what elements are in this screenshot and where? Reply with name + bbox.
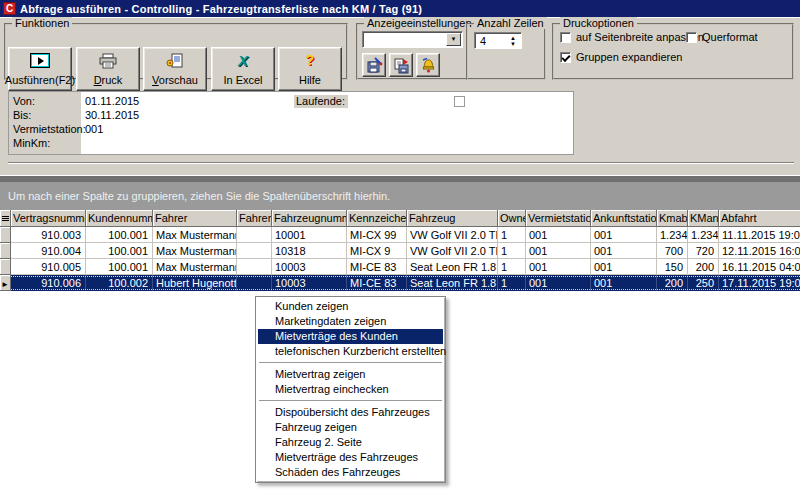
group-by-band[interactable]: Um nach einer Spalte zu gruppieren, zieh… [0, 182, 800, 210]
anzeige-combobox[interactable]: ▼ [362, 31, 463, 48]
menu-item-dispouebersicht[interactable]: Dispoübersicht des Fahrzeuges [258, 405, 443, 420]
menu-item-kunden-zeigen[interactable]: Kunden zeigen [258, 299, 443, 314]
filter-panel: Von: 01.11.2015 Bis: 30.11.2015 Vermiets… [8, 91, 574, 155]
menu-separator [259, 362, 442, 364]
run-icon [30, 53, 50, 68]
excel-label: In Excel [223, 74, 262, 86]
von-value[interactable]: 01.11.2015 [85, 95, 139, 107]
column-chooser-icon [2, 216, 9, 217]
col-fahrzeug[interactable]: Fahrzeug [407, 210, 498, 227]
table-row[interactable]: 910.004 100.001 Max Mustermann 10318 MI-… [0, 243, 800, 259]
save-icon [366, 57, 383, 74]
group-by-hint: Um nach einer Spalte zu gruppieren, zieh… [8, 190, 390, 202]
col-kman[interactable]: KMan [688, 210, 719, 227]
grid-top-divider [0, 175, 800, 182]
table-row-selected[interactable]: ► 910.006 100.002 Hubert Hugenotte 10003… [0, 275, 800, 291]
menu-item-schaeden-des-fahrzeuges[interactable]: Schäden des Fahrzeuges [258, 465, 443, 480]
vorschau-label: Vorschau [152, 74, 198, 86]
seitenbreite-checkbox[interactable] [560, 32, 571, 43]
col-fahrer2[interactable]: Fahrer2 [237, 210, 272, 227]
copy-save-icon [393, 57, 410, 74]
querformat-label[interactable]: Querformat [702, 31, 758, 43]
anzeige-combobox-value [366, 33, 444, 46]
menu-item-mietvertraege-des-kunden[interactable]: Mietverträge des Kunden [258, 329, 443, 344]
col-ankunftstation[interactable]: Ankunftstation [591, 210, 657, 227]
menu-item-fahrzeug-zeigen[interactable]: Fahrzeug zeigen [258, 420, 443, 435]
gruppen-checkbox[interactable] [560, 52, 571, 63]
menu-item-fahrzeug-2-seite[interactable]: Fahrzeug 2. Seite [258, 435, 443, 450]
preview-icon [166, 53, 184, 69]
minkm-label: MinKm: [13, 137, 50, 149]
group-anzeige-label: Anzeigeeinstellungen [364, 17, 475, 29]
group-funktionen-label: Funktionen [12, 17, 72, 29]
checkbox-querformat[interactable]: Querformat [686, 31, 758, 43]
menu-item-telefonischer-kurzbericht[interactable]: telefonischen Kurzbericht erstellten [258, 344, 443, 359]
spin-down-icon[interactable]: ▼ [508, 41, 518, 47]
gruppen-label[interactable]: Gruppen expandieren [576, 51, 682, 63]
row-indicator[interactable] [0, 259, 11, 275]
von-label: Von: [13, 95, 35, 107]
excel-icon: X [238, 53, 248, 68]
row-indicator[interactable] [0, 243, 11, 259]
menu-item-mietvertraege-des-fahrzeuges[interactable]: Mietverträge des Fahrzeuges [258, 450, 443, 465]
col-vertragsnummer[interactable]: Vertragsnummer [11, 210, 86, 227]
grid-header-row: Vertragsnummer Kundennummer Fahrer Fahre… [0, 210, 800, 227]
col-abfahrt[interactable]: Abfahrt [719, 210, 800, 227]
current-row-marker-icon: ► [1, 280, 9, 289]
window-title: Abfrage ausführen - Controlling - Fahrze… [20, 3, 422, 15]
chevron-down-icon: ▼ [451, 36, 457, 42]
menu-separator [259, 400, 442, 402]
querformat-checkbox[interactable] [686, 32, 697, 43]
save-settings-button[interactable] [362, 53, 386, 77]
checkbox-gruppen[interactable]: Gruppen expandieren [560, 51, 682, 63]
title-bar: C Abfrage ausführen - Controlling - Fahr… [0, 0, 800, 17]
app-logo-icon: C [3, 2, 16, 15]
bis-value[interactable]: 30.11.2015 [85, 109, 139, 121]
seitenbreite-label[interactable]: auf Seitenbreite anpassen [576, 31, 704, 43]
bell-icon [420, 57, 437, 74]
hilfe-button[interactable]: ? Hilfe [278, 47, 342, 91]
table-row[interactable]: 910.005 100.001 Max Mustermann 10003 MI-… [0, 259, 800, 275]
bis-label: Bis: [13, 109, 31, 121]
menu-item-mietvertrag-zeigen[interactable]: Mietvertrag zeigen [258, 367, 443, 382]
anzahl-zeilen-value[interactable]: 4 [480, 35, 486, 47]
group-anzahl-label: Anzahl Zeilen [474, 17, 547, 29]
help-icon: ? [306, 53, 315, 68]
form-separator [8, 162, 794, 164]
save-as-button[interactable] [389, 53, 413, 77]
druck-label: Druck [94, 74, 123, 86]
group-druck-label: Druckoptionen [560, 17, 637, 29]
col-owner[interactable]: Owner [498, 210, 526, 227]
vorschau-button[interactable]: Vorschau [143, 47, 207, 91]
laufende-label: Laufende: [294, 95, 348, 108]
laufende-checkbox[interactable] [454, 96, 465, 107]
printer-icon [99, 53, 117, 69]
row-indicator-selected[interactable]: ► [0, 275, 11, 291]
menu-item-marketingdaten-zeigen[interactable]: Marketingdaten zeigen [258, 314, 443, 329]
col-fahrer[interactable]: Fahrer [153, 210, 237, 227]
vermietstation-label: Vermietstation: [13, 123, 86, 135]
col-kmab[interactable]: Kmab [657, 210, 688, 227]
col-kundennummer[interactable]: Kundennummer [86, 210, 153, 227]
anzahl-zeilen-spinner[interactable]: 4 ▲ ▼ [474, 32, 522, 49]
excel-button[interactable]: X In Excel [211, 47, 275, 91]
hilfe-label: Hilfe [299, 74, 321, 86]
context-menu: Kunden zeigen Marketingdaten zeigen Miet… [255, 296, 446, 483]
results-grid: Vertragsnummer Kundennummer Fahrer Fahre… [0, 210, 800, 291]
col-fahrzeugnummer[interactable]: Fahrzeugnummer [272, 210, 347, 227]
druck-button[interactable]: Druck [76, 47, 140, 91]
menu-item-mietvertrag-einchecken[interactable]: Mietvertrag einchecken [258, 382, 443, 397]
reset-settings-button[interactable] [416, 53, 440, 77]
combobox-dropdown-button[interactable]: ▼ [446, 33, 461, 46]
row-indicator[interactable] [0, 227, 11, 243]
col-kennzeichen[interactable]: Kennzeichen [347, 210, 407, 227]
ausfuehren-label: Ausführen(F2) [5, 74, 75, 86]
vermietstation-value[interactable]: 001 [85, 123, 103, 135]
column-chooser-button[interactable] [0, 210, 11, 227]
toolbar-area: Funktionen Ausführen(F2) Druck Vorschau … [0, 17, 800, 182]
table-row[interactable]: 910.003 100.001 Max Mustermann 10001 MI-… [0, 227, 800, 243]
checkbox-seitenbreite[interactable]: auf Seitenbreite anpassen [560, 31, 704, 43]
col-vermietstation[interactable]: Vermietstation [526, 210, 591, 227]
ausfuehren-button[interactable]: Ausführen(F2) [8, 47, 72, 91]
